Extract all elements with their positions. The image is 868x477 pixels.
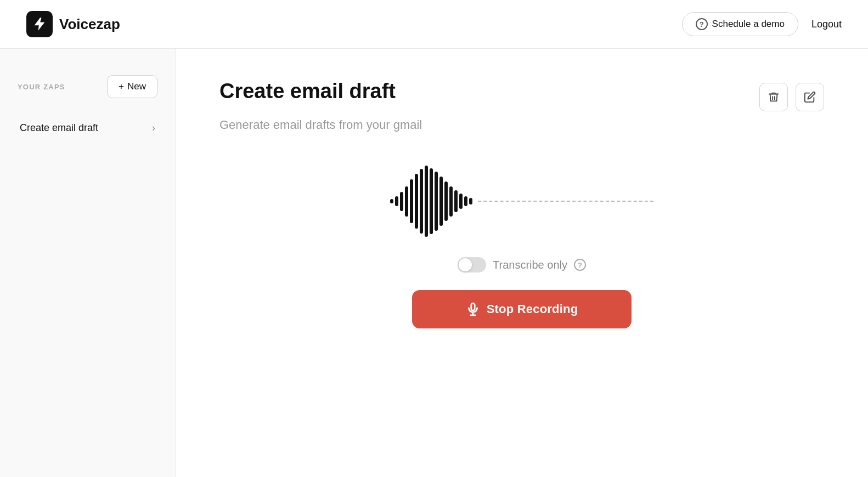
main-layout: YOUR ZAPS + New Create email draft › Cre…	[0, 49, 868, 477]
header-actions: ? Schedule a demo Logout	[682, 12, 842, 36]
page-title: Create email draft	[219, 80, 396, 103]
plus-icon: +	[119, 81, 124, 92]
edit-button[interactable]	[796, 83, 824, 111]
waveform-bar	[395, 196, 398, 206]
page-subtitle: Generate email drafts from your gmail	[219, 118, 824, 132]
waveform-bar	[430, 168, 433, 234]
new-zap-button[interactable]: + New	[107, 75, 157, 98]
waveform-bar	[425, 166, 428, 237]
sidebar-item-create-email-draft[interactable]: Create email draft ›	[18, 116, 157, 140]
waveform-bar	[444, 181, 448, 221]
waveform-dotted-line	[478, 201, 653, 202]
delete-button[interactable]	[759, 83, 788, 111]
waveform-bar	[415, 174, 418, 229]
zap-list: Create email draft ›	[18, 116, 157, 140]
waveform-bar	[435, 172, 438, 231]
svg-marker-0	[35, 18, 45, 30]
sidebar-header: YOUR ZAPS + New	[18, 75, 157, 98]
waveform-bar	[400, 192, 403, 211]
app-title: Voicezap	[59, 16, 120, 33]
waveform-bars	[390, 163, 472, 240]
waveform-bar	[420, 169, 423, 234]
waveform-bar	[469, 198, 472, 205]
toggle-thumb	[459, 258, 472, 271]
waveform-container: Transcribe only ? Stop Recording	[219, 163, 824, 328]
logo-area: Voicezap	[26, 11, 120, 37]
waveform-bar	[449, 186, 453, 217]
stop-recording-button[interactable]: Stop Recording	[412, 290, 632, 328]
mic-icon	[466, 302, 480, 316]
waveform-bar	[459, 194, 463, 209]
transcribe-only-row: Transcribe only ?	[458, 257, 586, 272]
transcribe-only-label: Transcribe only	[493, 259, 567, 271]
logo-icon	[26, 11, 53, 37]
waveform-bar	[439, 177, 443, 226]
logout-button[interactable]: Logout	[811, 19, 842, 30]
header: Voicezap ? Schedule a demo Logout	[0, 0, 868, 49]
waveform-bar	[390, 199, 393, 203]
schedule-demo-button[interactable]: ? Schedule a demo	[682, 12, 798, 36]
help-icon: ?	[696, 18, 708, 30]
transcribe-help-icon: ?	[574, 259, 586, 271]
content-action-buttons	[759, 83, 824, 111]
content-header: Create email draft	[219, 80, 824, 111]
svg-rect-1	[471, 303, 475, 310]
sidebar: YOUR ZAPS + New Create email draft ›	[0, 49, 176, 477]
sidebar-section-label: YOUR ZAPS	[18, 83, 65, 91]
waveform-visual	[390, 163, 653, 240]
waveform-bar	[410, 179, 413, 223]
content-area: Create email draft	[176, 49, 868, 477]
waveform-bar	[405, 186, 408, 217]
waveform-bar	[464, 196, 467, 206]
waveform-bar	[454, 190, 458, 212]
transcribe-only-toggle[interactable]	[458, 257, 486, 272]
chevron-right-icon: ›	[152, 122, 155, 134]
